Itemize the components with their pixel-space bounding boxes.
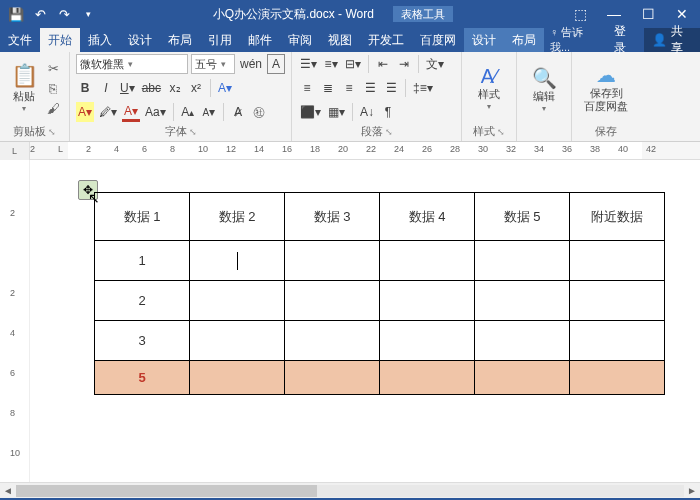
asian-layout-button[interactable]: 文▾ — [424, 54, 446, 74]
table-cell[interactable] — [570, 321, 665, 361]
font-color-button[interactable]: A▾ — [122, 102, 140, 122]
tab-mailings[interactable]: 邮件 — [240, 28, 280, 52]
shrink-font-button[interactable]: A▾ — [200, 102, 218, 122]
tab-table-layout[interactable]: 布局 — [504, 28, 544, 52]
sort-button[interactable]: A↓ — [358, 102, 376, 122]
table-cell[interactable] — [380, 241, 475, 281]
tab-home[interactable]: 开始 — [40, 28, 80, 52]
numbering-button[interactable]: ≡▾ — [322, 54, 340, 74]
table-cell[interactable] — [285, 361, 380, 395]
table-cell[interactable] — [475, 361, 570, 395]
qat-redo[interactable]: ↷ — [54, 4, 74, 24]
save-to-baidu-button[interactable]: ☁ 保存到 百度网盘 — [578, 61, 634, 115]
character-border-button[interactable]: A — [267, 54, 285, 74]
table-cell[interactable] — [570, 361, 665, 395]
text-effects-button[interactable]: A▾ — [216, 78, 234, 98]
cut-button[interactable]: ✂ — [44, 59, 62, 77]
copy-button[interactable]: ⎘ — [44, 79, 62, 97]
tab-table-design[interactable]: 设计 — [464, 28, 504, 52]
subscript-button[interactable]: x₂ — [166, 78, 184, 98]
table-cell[interactable] — [190, 281, 285, 321]
table-cell[interactable] — [380, 361, 475, 395]
table-cell[interactable] — [475, 281, 570, 321]
strikethrough-button[interactable]: abc — [140, 78, 163, 98]
table-cell[interactable] — [380, 321, 475, 361]
superscript-button[interactable]: x² — [187, 78, 205, 98]
multilevel-button[interactable]: ⊟▾ — [343, 54, 363, 74]
table-header-cell[interactable]: 数据 3 — [285, 193, 380, 241]
tell-me[interactable]: ♀ 告诉我... — [544, 25, 606, 55]
ribbon-options-icon[interactable]: ⬚ — [564, 0, 596, 28]
styles-launcher[interactable]: ⤡ — [497, 127, 505, 137]
align-center-button[interactable]: ≣ — [319, 78, 337, 98]
document-table[interactable]: 数据 1数据 2数据 3数据 4数据 5附近数据1235 — [94, 192, 665, 395]
scroll-left-button[interactable]: ◄ — [0, 485, 16, 496]
change-case-button[interactable]: Aa▾ — [143, 102, 168, 122]
line-spacing-button[interactable]: ‡≡▾ — [411, 78, 435, 98]
editing-button[interactable]: 🔍 编辑 ▾ — [523, 64, 565, 114]
table-header-cell[interactable]: 附近数据 — [570, 193, 665, 241]
qat-save[interactable]: 💾 — [6, 4, 26, 24]
tab-baidu[interactable]: 百度网 — [412, 28, 464, 52]
format-painter-button[interactable]: 🖌 — [44, 99, 62, 117]
tab-insert[interactable]: 插入 — [80, 28, 120, 52]
table-header-cell[interactable]: 数据 2 — [190, 193, 285, 241]
align-justify-button[interactable]: ☰ — [361, 78, 379, 98]
increase-indent-button[interactable]: ⇥ — [395, 54, 413, 74]
bold-button[interactable]: B — [76, 78, 94, 98]
decrease-indent-button[interactable]: ⇤ — [374, 54, 392, 74]
table-cell[interactable] — [475, 241, 570, 281]
tab-developer[interactable]: 开发工 — [360, 28, 412, 52]
underline-button[interactable]: U▾ — [118, 78, 137, 98]
tab-review[interactable]: 审阅 — [280, 28, 320, 52]
font-size-combo[interactable]: 五号▾ — [191, 54, 235, 74]
document-page[interactable]: ✥ ↖ 数据 1数据 2数据 3数据 4数据 5附近数据1235 — [30, 160, 700, 482]
highlight-button[interactable]: A▾ — [76, 102, 94, 122]
font-name-combo[interactable]: 微软雅黑▾ — [76, 54, 188, 74]
phonetic-guide-button[interactable]: wén — [238, 54, 264, 74]
scroll-right-button[interactable]: ► — [684, 485, 700, 496]
qat-customize[interactable]: ▾ — [78, 4, 98, 24]
table-cell[interactable] — [570, 281, 665, 321]
styles-button[interactable]: A⁄ 样式 ▾ — [468, 63, 510, 112]
table-cell[interactable] — [285, 241, 380, 281]
para-shading-button[interactable]: ⬛▾ — [298, 102, 323, 122]
horizontal-scrollbar[interactable]: ◄ ► — [0, 482, 700, 498]
table-cell[interactable] — [475, 321, 570, 361]
vertical-ruler[interactable]: 2246810 — [0, 160, 30, 482]
table-cell[interactable]: 3 — [95, 321, 190, 361]
align-right-button[interactable]: ≡ — [340, 78, 358, 98]
share-button[interactable]: 👤共享 — [644, 28, 700, 52]
clear-formatting-button[interactable]: A̷ — [229, 102, 247, 122]
tab-file[interactable]: 文件 — [0, 28, 40, 52]
scroll-thumb[interactable] — [16, 485, 317, 497]
table-cell[interactable] — [190, 321, 285, 361]
italic-button[interactable]: I — [97, 78, 115, 98]
horizontal-ruler[interactable]: L 2L246810121416182022242628303234363840… — [0, 142, 700, 160]
align-left-button[interactable]: ≡ — [298, 78, 316, 98]
table-cell[interactable] — [190, 241, 285, 281]
tab-design[interactable]: 设计 — [120, 28, 160, 52]
borders-button[interactable]: ▦▾ — [326, 102, 347, 122]
shading-button[interactable]: 🖉▾ — [97, 102, 119, 122]
table-header-cell[interactable]: 数据 5 — [475, 193, 570, 241]
align-distribute-button[interactable]: ☰ — [382, 78, 400, 98]
font-launcher[interactable]: ⤡ — [189, 127, 197, 137]
table-cell[interactable]: 2 — [95, 281, 190, 321]
paste-button[interactable]: 📋 粘贴 ▾ — [6, 61, 42, 115]
table-cell[interactable] — [190, 361, 285, 395]
tab-layout[interactable]: 布局 — [160, 28, 200, 52]
clipboard-launcher[interactable]: ⤡ — [48, 127, 56, 137]
table-cell[interactable] — [285, 321, 380, 361]
enclose-characters-button[interactable]: ㊓ — [250, 102, 268, 122]
tab-references[interactable]: 引用 — [200, 28, 240, 52]
show-marks-button[interactable]: ¶ — [379, 102, 397, 122]
table-cell[interactable] — [570, 241, 665, 281]
bullets-button[interactable]: ☰▾ — [298, 54, 319, 74]
table-cell[interactable] — [380, 281, 475, 321]
table-cell[interactable]: 1 — [95, 241, 190, 281]
table-header-cell[interactable]: 数据 4 — [380, 193, 475, 241]
qat-undo[interactable]: ↶ — [30, 4, 50, 24]
grow-font-button[interactable]: A▴ — [179, 102, 197, 122]
tab-view[interactable]: 视图 — [320, 28, 360, 52]
